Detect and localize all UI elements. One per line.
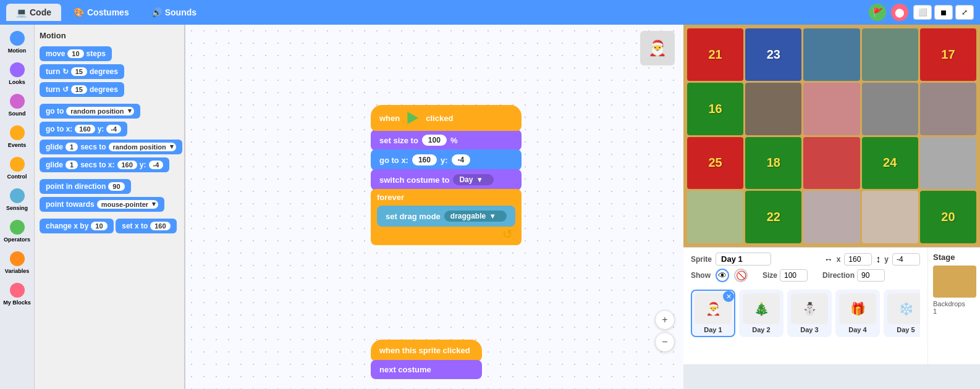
category-control[interactable]: Control <box>0 153 34 183</box>
category-sound[interactable]: Sound <box>0 90 34 120</box>
point-towards-dropdown[interactable]: mouse-pointer <box>97 200 158 209</box>
sprite-name-input[interactable] <box>716 253 771 266</box>
advent-cell[interactable]: 25 <box>687 137 743 190</box>
y-arrow-icon: ↕ <box>876 254 881 265</box>
zoom-out-button[interactable]: − <box>655 332 675 352</box>
block-glide-random[interactable]: glide 1 secs to random position <box>40 140 182 154</box>
sprite-item-day4[interactable]: 🎁 Day 4 <box>835 290 880 337</box>
variables-label: Variables <box>5 268 30 274</box>
canvas-costume-dropdown[interactable]: Day <box>453 174 494 185</box>
costumes-icon: 🎨 <box>74 7 84 17</box>
advent-cell[interactable] <box>862 83 918 135</box>
sprite-name-day5: Day 5 <box>897 326 915 333</box>
control-label: Control <box>7 174 27 180</box>
block-point-towards[interactable]: point towards mouse-pointer <box>40 197 164 212</box>
advent-cell[interactable] <box>803 28 860 81</box>
block-move[interactable]: move 10 steps <box>40 46 112 61</box>
block-turn-cw[interactable]: turn ↻ 15 degrees <box>40 64 124 79</box>
sprite-thumbnail: 🎅 <box>640 31 675 65</box>
control-dot <box>10 157 25 172</box>
sprite-item-day2[interactable]: 🎄 Day 2 <box>739 290 784 337</box>
advent-cell[interactable]: 18 <box>745 137 801 190</box>
x-input[interactable] <box>844 253 872 266</box>
canvas-set-drag-mode[interactable]: set drag mode draggable <box>377 206 515 227</box>
y-input[interactable] <box>892 253 920 266</box>
canvas-goto-xy[interactable]: go to x: 160 y: -4 <box>371 149 522 170</box>
tab-code[interactable]: 💻 Code <box>6 4 61 21</box>
stage-preview[interactable] <box>933 266 976 298</box>
advent-cell[interactable] <box>803 191 860 243</box>
category-looks[interactable]: Looks <box>0 59 34 89</box>
small-stage-button[interactable]: ⬜ <box>913 5 932 20</box>
category-motion[interactable]: Motion <box>0 27 34 57</box>
advent-cell[interactable] <box>687 191 743 243</box>
direction-value: 90 <box>108 182 124 191</box>
motion-label: Motion <box>8 48 27 54</box>
advent-cell[interactable] <box>920 137 976 190</box>
tab-sounds[interactable]: 🔊 Sounds <box>142 4 206 21</box>
sprite-list: 🎅 ✕ Day 1 🎄 Day 2 ⛄ Day 3 <box>691 287 920 340</box>
block-set-x[interactable]: set x to 160 <box>116 219 176 233</box>
motion-dot <box>10 31 25 46</box>
sound-dot <box>10 94 25 109</box>
size-input[interactable] <box>780 269 808 282</box>
direction-input[interactable] <box>857 269 885 282</box>
advent-cell[interactable]: 17 <box>920 28 976 81</box>
sound-label: Sound <box>9 111 26 117</box>
canvas-when-sprite-clicked[interactable]: when this sprite clicked <box>371 340 482 361</box>
zoom-in-button[interactable]: + <box>655 310 675 330</box>
advent-cell[interactable] <box>745 83 801 135</box>
advent-cell[interactable] <box>862 191 918 243</box>
category-operators[interactable]: Operators <box>0 216 34 246</box>
large-stage-button[interactable]: ◼ <box>934 5 953 20</box>
block-point-direction[interactable]: point in direction 90 <box>40 179 131 194</box>
block-glide-xy[interactable]: glide 1 secs to x: 160 y: -4 <box>40 157 169 172</box>
fullscreen-button[interactable]: ⤢ <box>955 5 974 20</box>
category-events[interactable]: Events <box>0 122 34 152</box>
sprite-thumb-day1: 🎅 ✕ <box>695 293 732 324</box>
show-visible-button[interactable]: 👁 <box>716 269 729 282</box>
canvas-next-costume[interactable]: next costume <box>371 360 482 379</box>
go-to-dropdown[interactable]: random position <box>66 107 133 115</box>
glide-random-dropdown[interactable]: random position <box>109 143 176 151</box>
sprite-item-day1[interactable]: 🎅 ✕ Day 1 <box>691 290 735 337</box>
advent-cell[interactable]: 24 <box>862 137 918 190</box>
advent-cell[interactable]: 16 <box>687 83 743 135</box>
blocks-list: Motion move 10 steps turn ↻ 15 degrees t… <box>35 25 184 389</box>
sprite-item-day5[interactable]: ❄️ Day 5 <box>884 290 920 337</box>
advent-cell[interactable] <box>803 83 860 135</box>
block-go-to-xy[interactable]: go to x: 160 y: -4 <box>40 122 127 136</box>
show-hidden-button[interactable]: 🚫 <box>734 269 748 282</box>
sprite-delete-day1[interactable]: ✕ <box>723 291 734 302</box>
advent-cell[interactable]: 23 <box>745 28 801 81</box>
canvas-set-size[interactable]: set size to 100 % <box>371 130 522 151</box>
sprite-thumb-day4: 🎁 <box>839 293 876 324</box>
block-change-x[interactable]: change x by 10 <box>40 219 114 233</box>
block-turn-ccw[interactable]: turn ↺ 15 degrees <box>40 82 124 97</box>
canvas-switch-costume[interactable]: switch costume to Day <box>371 169 522 190</box>
canvas-when-flag-clicked[interactable]: when clicked <box>371 105 522 131</box>
y-label: y <box>884 255 889 264</box>
tab-costumes[interactable]: 🎨 Costumes <box>64 4 139 21</box>
advent-cell[interactable]: 22 <box>745 191 801 243</box>
category-list: Motion Looks Sound Events Control <box>0 25 34 389</box>
green-flag-button[interactable]: 🚩 <box>869 4 886 21</box>
block-go-to[interactable]: go to random position <box>40 104 140 119</box>
motion-section-title: Motion <box>40 30 179 41</box>
stop-button[interactable]: ⬤ <box>891 4 908 21</box>
category-sensing[interactable]: Sensing <box>0 185 34 215</box>
size-label: Size <box>762 271 777 280</box>
canvas-drag-dropdown[interactable]: draggable <box>444 211 507 222</box>
category-myblocks[interactable]: My Blocks <box>0 279 34 309</box>
advent-cell[interactable]: 20 <box>920 191 976 243</box>
advent-cell[interactable] <box>803 137 860 190</box>
view-buttons: ⬜ ◼ ⤢ <box>913 5 974 20</box>
canvas-forever-block[interactable]: forever set drag mode draggable ↺ <box>371 189 522 245</box>
sprite-item-day3[interactable]: ⛄ Day 3 <box>787 290 832 337</box>
advent-cell[interactable] <box>920 83 976 135</box>
category-variables[interactable]: Variables <box>0 248 34 278</box>
advent-cell[interactable] <box>862 28 918 81</box>
coord-fields: ↔ x ↕ y <box>824 253 920 266</box>
canvas-goto-x: 160 <box>412 154 437 165</box>
advent-cell[interactable]: 21 <box>687 28 743 81</box>
